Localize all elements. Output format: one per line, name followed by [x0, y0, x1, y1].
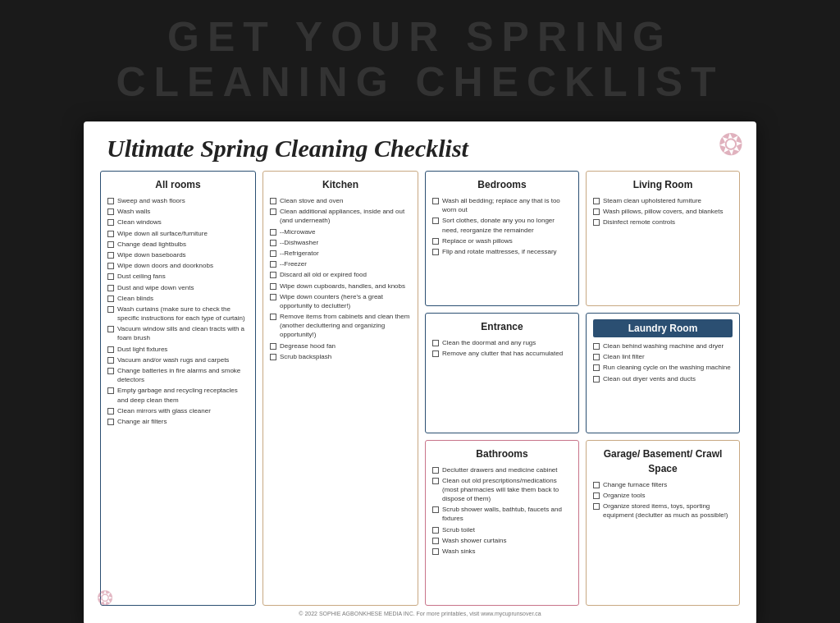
item-text: --Dishwasher — [280, 238, 318, 247]
checkbox[interactable] — [107, 306, 114, 313]
checkbox[interactable] — [432, 340, 439, 346]
item-text: Declutter drawers and medicine cabinet — [442, 465, 558, 474]
checkbox[interactable] — [593, 343, 600, 350]
checkbox[interactable] — [107, 219, 114, 226]
list-item: Change furnace filters — [593, 480, 733, 489]
checkbox[interactable] — [107, 357, 114, 364]
checkbox[interactable] — [107, 346, 114, 353]
list-item: Scrub backsplash — [270, 352, 411, 361]
list-item: Steam clean upholstered furniture — [593, 196, 733, 205]
checkbox[interactable] — [107, 208, 114, 215]
section-entrance: Entrance Clean the doormat and any rugsR… — [425, 313, 579, 433]
checkbox[interactable] — [432, 506, 439, 513]
item-text: Sort clothes, donate any you no longer n… — [442, 216, 572, 234]
checkbox[interactable] — [107, 295, 114, 302]
checkbox[interactable] — [432, 548, 439, 555]
list-item: Wipe down doors and doorknobs — [107, 261, 249, 270]
item-text: Clean windows — [117, 218, 162, 227]
item-text: Change dead lightbulbs — [117, 240, 186, 249]
item-text: Flip and rotate mattresses, if necessary — [442, 247, 557, 256]
item-text: Clean behind washing machine and dryer — [603, 341, 724, 350]
checkbox[interactable] — [270, 283, 276, 290]
checkbox[interactable] — [107, 198, 114, 204]
checkbox[interactable] — [593, 364, 600, 371]
checkbox[interactable] — [593, 219, 600, 226]
checkbox[interactable] — [270, 294, 276, 300]
list-item: Clean the doormat and any rugs — [432, 338, 572, 347]
checkbox[interactable] — [432, 198, 439, 204]
section-all-rooms-title: All rooms — [107, 177, 249, 192]
bedrooms-items: Wash all bedding; replace any that is to… — [432, 196, 572, 256]
checkbox[interactable] — [593, 503, 600, 510]
list-item: Change dead lightbulbs — [107, 240, 249, 249]
section-all-rooms: All rooms Sweep and wash floorsWash wall… — [100, 171, 256, 606]
checkbox[interactable] — [270, 240, 276, 246]
checkbox[interactable] — [593, 482, 600, 488]
item-text: Dust and wipe down vents — [117, 283, 194, 292]
checkbox[interactable] — [107, 263, 114, 269]
checkbox[interactable] — [270, 261, 276, 268]
list-item: Scrub shower walls, bathtub, faucets and… — [432, 505, 572, 523]
item-text: --Microwave — [280, 227, 316, 236]
checkbox[interactable] — [432, 350, 439, 357]
item-text: Scrub toilet — [442, 525, 475, 534]
checkbox[interactable] — [107, 326, 114, 332]
checkbox[interactable] — [593, 376, 600, 383]
checkbox[interactable] — [107, 241, 114, 248]
list-item: Dust ceiling fans — [107, 272, 249, 281]
page-header: GET YOUR SPRING CLEANING CHECKLIST — [0, 0, 840, 112]
item-text: Wash curtains (make sure to check the sp… — [117, 305, 249, 323]
checkbox[interactable] — [432, 527, 439, 534]
item-text: --Refrigerator — [280, 249, 319, 258]
checkbox[interactable] — [270, 198, 276, 204]
list-item: Clean behind washing machine and dryer — [593, 341, 733, 350]
checkbox[interactable] — [432, 249, 439, 255]
list-item: Wipe down baseboards — [107, 250, 249, 259]
checkbox[interactable] — [107, 231, 114, 237]
section-living-room: Living Room Steam clean upholstered furn… — [586, 171, 740, 306]
list-item: Discard all old or expired food — [270, 270, 411, 279]
list-item: Organize stored items, toys, sporting eq… — [593, 502, 733, 520]
living-room-items: Steam clean upholstered furnitureWash pi… — [593, 196, 733, 227]
checkbox[interactable] — [432, 467, 439, 474]
list-item: Scrub toilet — [432, 525, 572, 534]
item-text: Dust light fixtures — [117, 345, 167, 354]
checkbox[interactable] — [432, 218, 439, 224]
checkbox[interactable] — [270, 343, 276, 350]
list-item: Replace or wash pillows — [432, 236, 572, 245]
checkbox[interactable] — [107, 419, 114, 425]
checkbox[interactable] — [593, 208, 600, 215]
list-item: --Dishwasher — [270, 238, 411, 247]
checkbox[interactable] — [107, 252, 114, 259]
checkbox[interactable] — [107, 408, 114, 415]
all-rooms-items: Sweep and wash floorsWash wallsClean win… — [107, 196, 249, 426]
item-text: Clean blinds — [117, 294, 153, 303]
checkbox[interactable] — [107, 285, 114, 291]
item-text: --Freezer — [280, 259, 307, 268]
item-text: Wash shower curtains — [442, 536, 506, 545]
list-item: Sort clothes, donate any you no longer n… — [432, 216, 572, 234]
item-text: Replace or wash pillows — [442, 236, 513, 245]
section-living-room-title: Living Room — [593, 177, 733, 192]
item-text: Clean lint filter — [603, 352, 645, 361]
checkbox[interactable] — [432, 478, 439, 484]
checkbox[interactable] — [593, 492, 600, 499]
checkbox[interactable] — [107, 387, 114, 394]
checkbox[interactable] — [593, 198, 600, 204]
checkbox[interactable] — [270, 354, 276, 360]
checkbox[interactable] — [107, 273, 114, 280]
checkbox[interactable] — [432, 538, 439, 544]
checkbox[interactable] — [593, 354, 600, 360]
checkbox[interactable] — [432, 238, 439, 245]
checkbox[interactable] — [270, 208, 276, 215]
list-item: Clean out old prescriptions/medications … — [432, 476, 572, 504]
checkbox[interactable] — [270, 314, 276, 320]
checkbox[interactable] — [270, 272, 276, 278]
list-item: Clean windows — [107, 218, 249, 227]
section-kitchen: Kitchen Clean stove and ovenClean additi… — [262, 171, 418, 606]
section-bedrooms: Bedrooms Wash all bedding; replace any t… — [425, 171, 579, 306]
checkbox[interactable] — [270, 250, 276, 257]
checkbox[interactable] — [107, 368, 114, 374]
checkbox[interactable] — [270, 229, 276, 236]
item-text: Wash walls — [117, 207, 150, 216]
